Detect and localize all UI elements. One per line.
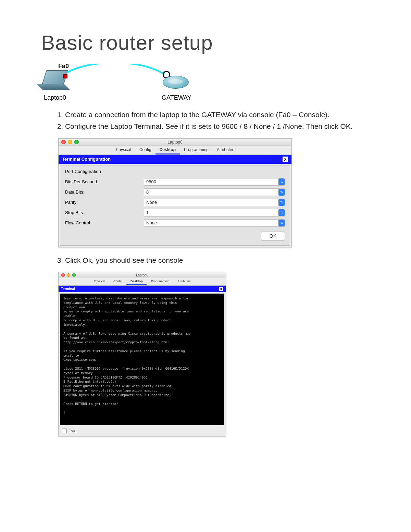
diagram-laptop-label: Laptop0 <box>44 94 66 101</box>
panel-header-label: Terminal <box>61 287 75 291</box>
step-1: Create a connection from the laptop to t… <box>65 110 370 120</box>
instruction-list: Create a connection from the laptop to t… <box>41 110 370 132</box>
row-parity: Parity: None ⇅ <box>65 199 285 206</box>
window-title: Laptop0 <box>59 273 226 277</box>
tab-programming[interactable]: Programming <box>180 146 213 154</box>
row-data-bits: Data Bits: 8 ⇅ <box>65 188 285 196</box>
row-flow-control: Flow Control: None ⇅ <box>65 219 285 227</box>
top-checkbox[interactable] <box>62 429 67 433</box>
ok-button[interactable]: OK <box>261 232 285 240</box>
document-page: Basic router setup Fa0 Laptop0 GATEWAY C… <box>0 0 411 532</box>
step-3: Click Ok, you should see the console <box>65 256 370 265</box>
window-titlebar: Laptop0 <box>59 272 226 278</box>
tab-attributes[interactable]: Attributes <box>213 146 238 154</box>
select-parity[interactable]: None ⇅ <box>144 199 285 206</box>
value-stop-bits: 1 <box>146 210 149 215</box>
step-2: Configure the Laptop Terminal. See if it… <box>65 122 370 131</box>
tab-physical[interactable]: Physical <box>112 146 135 154</box>
label-flow-control: Flow Control: <box>65 220 144 225</box>
port-config-subheader: Port Configuration <box>65 169 285 174</box>
tab-desktop[interactable]: Desktop <box>155 146 180 154</box>
top-label: Top <box>69 429 75 433</box>
select-bits-per-second[interactable]: 9600 ⇅ <box>144 178 285 186</box>
console-footer: Top <box>59 426 226 436</box>
select-stop-bits[interactable]: 1 ⇅ <box>144 209 285 216</box>
panel-header-label: Terminal Configuration <box>62 157 111 162</box>
tab-bar: Physical Config Desktop Programming Attr… <box>59 146 291 155</box>
label-stop-bits: Stop Bits: <box>65 210 144 215</box>
diagram-gateway-label: GATEWAY <box>162 94 191 101</box>
chevron-updown-icon: ⇅ <box>278 199 285 206</box>
terminal-config-window: Laptop0 Physical Config Desktop Programm… <box>58 138 292 247</box>
console-output[interactable]: Importers, exporters, distributors and u… <box>60 294 224 425</box>
label-bits-per-second: Bits Per Second: <box>65 179 144 184</box>
tab-desktop[interactable]: Desktop <box>126 278 147 285</box>
value-data-bits: 8 <box>146 189 149 195</box>
label-data-bits: Data Bits: <box>65 189 144 195</box>
tab-config[interactable]: Config <box>109 278 126 285</box>
panel-header: Terminal Configuration X <box>59 155 291 164</box>
value-parity: None <box>146 200 157 205</box>
select-data-bits[interactable]: 8 ⇅ <box>144 188 285 196</box>
window-titlebar: Laptop0 <box>59 139 291 146</box>
tab-attributes[interactable]: Attributes <box>174 278 195 285</box>
panel-header: Terminal X <box>59 286 226 292</box>
select-flow-control[interactable]: None ⇅ <box>144 219 285 227</box>
tab-config[interactable]: Config <box>135 146 155 154</box>
network-diagram: Fa0 Laptop0 GATEWAY <box>41 63 212 104</box>
instruction-list-2: Click Ok, you should see the console <box>41 256 370 265</box>
row-bits-per-second: Bits Per Second: 9600 ⇅ <box>65 178 285 186</box>
page-title: Basic router setup <box>41 31 370 54</box>
chevron-updown-icon: ⇅ <box>278 178 285 185</box>
value-flow-control: None <box>146 220 157 225</box>
chevron-updown-icon: ⇅ <box>278 209 285 216</box>
panel-close-button[interactable]: X <box>283 157 288 162</box>
value-bits-per-second: 9600 <box>146 179 156 184</box>
tab-physical[interactable]: Physical <box>89 278 109 285</box>
console-window: Laptop0 Physical Config Desktop Programm… <box>58 272 226 436</box>
router-icon <box>163 73 190 90</box>
row-stop-bits: Stop Bits: 1 ⇅ <box>65 209 285 216</box>
window-title: Laptop0 <box>59 140 291 145</box>
tab-programming[interactable]: Programming <box>147 278 173 285</box>
port-config-panel: Port Configuration Bits Per Second: 9600… <box>60 165 290 246</box>
chevron-updown-icon: ⇅ <box>278 189 285 196</box>
panel-close-button[interactable]: X <box>219 287 223 291</box>
label-parity: Parity: <box>65 200 144 205</box>
chevron-updown-icon: ⇅ <box>278 220 285 226</box>
tab-bar: Physical Config Desktop Programming Attr… <box>59 278 226 286</box>
console-cable <box>65 64 168 81</box>
